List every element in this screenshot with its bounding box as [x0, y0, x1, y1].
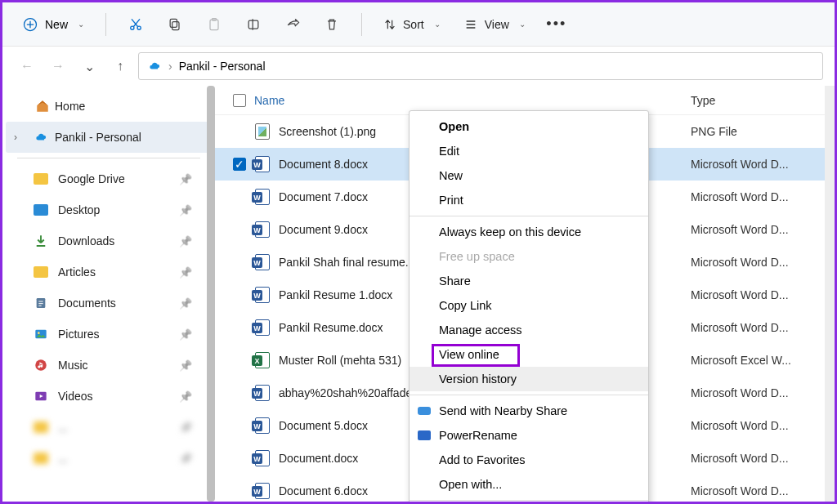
chevron-down-icon: ⌄ [519, 20, 526, 29]
file-type: Microsoft Word D... [691, 223, 835, 236]
pin-icon[interactable]: 📌 [179, 235, 192, 248]
pin-icon[interactable]: 📌 [179, 173, 192, 185]
col-name[interactable]: Name [254, 94, 284, 107]
separator [410, 216, 648, 216]
word-file-icon [254, 417, 271, 434]
new-button[interactable]: New ⌄ [14, 11, 92, 38]
ctx-view-online[interactable]: View online [410, 342, 648, 367]
file-name: Document 6.docx [279, 484, 368, 497]
sidebar-item[interactable]: Google Drive📌 [6, 163, 212, 194]
folder-icon [34, 203, 48, 217]
cloud-icon [34, 130, 48, 145]
pin-icon[interactable]: 📌 [179, 328, 192, 341]
new-label: New [45, 18, 68, 31]
ctx-edit[interactable]: Edit [410, 139, 648, 163]
file-type: Microsoft Word D... [691, 321, 835, 334]
sidebar-item[interactable]: Videos📌 [6, 381, 212, 412]
file-type: Microsoft Word D... [691, 288, 835, 301]
new-plus-icon [22, 16, 38, 33]
col-type[interactable]: Type [691, 94, 835, 107]
expand-caret[interactable]: › [14, 132, 17, 143]
separator [410, 500, 648, 501]
cloud-icon [147, 60, 162, 72]
sidebar-item-label: Downloads [58, 234, 114, 248]
file-name: Pankil Resume 1.docx [279, 288, 392, 301]
sidebar: Home › Pankil - Personal Google Drive📌De… [2, 86, 215, 502]
sort-icon [383, 18, 396, 31]
sidebar-item[interactable]: ...📌 [6, 412, 212, 443]
ctx-nearby-share[interactable]: Send with Nearby Share [410, 399, 648, 423]
sort-button[interactable]: Sort ⌄ [375, 13, 449, 36]
context-menu: Open Edit New Print Always keep on this … [409, 110, 649, 504]
view-button[interactable]: View ⌄ [455, 13, 534, 36]
svg-rect-7 [248, 20, 258, 29]
pin-icon[interactable]: 📌 [179, 359, 192, 372]
forward-button[interactable]: → [45, 53, 71, 79]
sidebar-item[interactable]: Documents📌 [6, 288, 212, 319]
pin-icon[interactable]: 📌 [179, 297, 192, 310]
paste-icon[interactable] [198, 8, 231, 41]
cut-icon[interactable] [119, 8, 152, 41]
delete-icon[interactable] [316, 8, 348, 41]
svg-rect-4 [170, 19, 177, 27]
folder-icon [34, 296, 48, 310]
sidebar-item[interactable]: Desktop📌 [6, 194, 212, 225]
word-file-icon [254, 189, 271, 205]
recent-dropdown[interactable]: ⌄ [76, 53, 102, 79]
sidebar-item-label: ... [58, 421, 68, 434]
pin-icon[interactable]: 📌 [179, 421, 192, 434]
sidebar-item[interactable]: ...📌 [6, 443, 212, 474]
file-type: Microsoft Word D... [691, 419, 835, 432]
svg-rect-13 [418, 407, 431, 415]
sidebar-item[interactable]: Downloads📌 [6, 225, 212, 256]
sidebar-item[interactable]: Music📌 [6, 350, 212, 381]
row-checkbox[interactable]: ✓ [233, 158, 246, 171]
ctx-free-space: Free up space [410, 244, 648, 269]
ctx-add-favorites[interactable]: Add to Favorites [410, 448, 648, 472]
file-name: abhay%20shah%20affadevit [279, 386, 423, 399]
breadcrumb-location[interactable]: Pankil - Personal [179, 60, 266, 73]
svg-point-11 [35, 359, 47, 371]
svg-rect-14 [418, 430, 431, 440]
sidebar-onedrive[interactable]: › Pankil - Personal [6, 122, 212, 153]
ctx-manage-access[interactable]: Manage access [410, 318, 648, 342]
ctx-copylink[interactable]: Copy Link [410, 293, 648, 318]
back-button[interactable]: ← [14, 53, 40, 79]
up-button[interactable]: ↑ [107, 53, 133, 79]
select-all-checkbox[interactable] [233, 94, 246, 107]
word-file-icon [254, 483, 271, 499]
pin-icon[interactable]: 📌 [179, 453, 192, 465]
ctx-open-with[interactable]: Open with... [410, 472, 648, 497]
more-button[interactable]: ••• [540, 8, 573, 41]
ctx-open[interactable]: Open [410, 114, 648, 139]
folder-icon [34, 451, 48, 466]
ctx-share[interactable]: Share [410, 269, 648, 293]
ctx-always-keep[interactable]: Always keep on this device [410, 220, 648, 244]
sidebar-item[interactable]: Articles📌 [6, 256, 212, 288]
view-label: View [485, 18, 509, 31]
folder-icon [34, 172, 48, 186]
folder-icon [34, 234, 48, 248]
address-bar[interactable]: › Pankil - Personal [138, 52, 823, 80]
sidebar-item-label: Documents [58, 297, 116, 310]
pin-icon[interactable]: 📌 [179, 266, 192, 279]
pin-icon[interactable]: 📌 [179, 390, 192, 403]
sidebar-home[interactable]: Home [6, 91, 212, 122]
copy-icon[interactable] [159, 8, 191, 41]
sidebar-item[interactable]: Pictures📌 [6, 319, 212, 350]
word-file-icon [254, 450, 271, 466]
separator [361, 13, 362, 36]
home-icon [35, 99, 50, 114]
word-file-icon [254, 254, 271, 270]
nearby-icon [416, 403, 432, 419]
svg-rect-3 [172, 21, 179, 29]
pin-icon[interactable]: 📌 [179, 204, 192, 216]
word-file-icon [254, 385, 271, 401]
file-type: Microsoft Word D... [691, 158, 835, 171]
ctx-powerrename[interactable]: PowerRename [410, 423, 648, 448]
ctx-new[interactable]: New [410, 163, 648, 188]
rename-icon[interactable] [237, 8, 270, 41]
ctx-print[interactable]: Print [410, 188, 648, 212]
share-icon[interactable] [276, 8, 309, 41]
ctx-version-history[interactable]: Version history [410, 367, 648, 391]
